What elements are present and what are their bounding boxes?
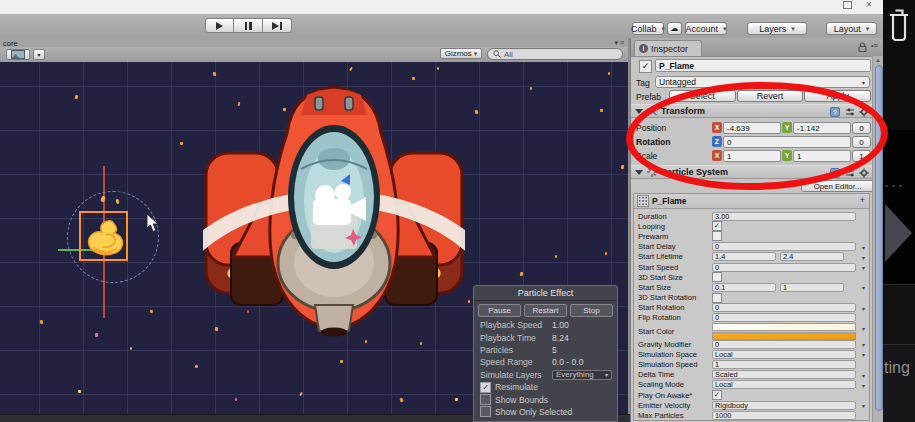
value-field[interactable]: 1.4: [712, 252, 776, 261]
value-field[interactable]: Scaled: [712, 370, 856, 379]
confetti-dot: [40, 320, 44, 325]
dropdown-arrow-icon[interactable]: ▾: [862, 244, 865, 251]
checkbox[interactable]: ✓: [712, 221, 722, 231]
dropdown-arrow-icon[interactable]: ▾: [862, 325, 865, 332]
account-dropdown[interactable]: Account: [685, 22, 727, 35]
ps-row-flip-rotation: Flip Rotation0: [635, 313, 868, 323]
scene-search-input[interactable]: All: [487, 48, 623, 60]
dropdown-arrow-icon[interactable]: ▾: [862, 402, 865, 409]
pause-button[interactable]: [234, 18, 263, 33]
shading-mode-button[interactable]: [6, 49, 30, 60]
layout-dropdown[interactable]: Layout: [826, 22, 877, 35]
object-name-field[interactable]: P_Flame: [655, 59, 871, 72]
confetti-dot: [349, 67, 353, 71]
dropdown-arrow-icon[interactable]: ▾: [862, 284, 865, 291]
cloud-button[interactable]: ☁: [667, 22, 682, 35]
checkbox[interactable]: [712, 231, 722, 241]
checkbox[interactable]: [480, 394, 491, 405]
help-book-icon[interactable]: ?: [830, 107, 840, 117]
value-field[interactable]: 2.4: [780, 252, 844, 261]
inspector-scrollbar[interactable]: ▲: [872, 56, 883, 422]
gear-icon[interactable]: [859, 168, 869, 178]
foldout-icon[interactable]: [635, 109, 643, 114]
close-icon[interactable]: ×: [866, 0, 872, 10]
pe-toggle-resimulate[interactable]: ✓Resimulate: [474, 381, 617, 393]
dropdown-arrow-icon[interactable]: ▾: [862, 254, 865, 261]
scene-viewport[interactable]: Particle Effect Pause Restart Stop Playb…: [0, 62, 630, 422]
value-field[interactable]: 0: [712, 313, 856, 322]
pe-toggle-show-bounds[interactable]: Show Bounds: [474, 393, 617, 405]
value-field[interactable]: 0: [712, 340, 856, 349]
transform-z-box[interactable]: 0: [852, 136, 871, 148]
open-editor-button[interactable]: Open Editor...: [801, 180, 874, 192]
gradient-swatch[interactable]: [712, 323, 856, 340]
axis-x-badge: X: [712, 122, 722, 133]
prefab-select-button[interactable]: Select: [669, 90, 736, 102]
layers-dropdown[interactable]: Layers: [747, 22, 807, 35]
value-field[interactable]: 0: [712, 303, 856, 312]
value-field[interactable]: 0: [712, 263, 856, 272]
gizmos-dropdown[interactable]: Gizmos: [440, 48, 482, 59]
checkbox[interactable]: [712, 293, 722, 303]
value-field[interactable]: Rigidbody: [712, 401, 856, 410]
panel-options-icon[interactable]: ▾ ≡: [614, 39, 624, 47]
main-toolbar: Collab ☁ Account Layers Layout: [0, 14, 883, 39]
help-book-icon[interactable]: ?: [830, 168, 840, 178]
transform-z-box[interactable]: 0: [852, 122, 871, 134]
transform-row-label: Position: [636, 123, 666, 133]
value-field[interactable]: 0.1: [712, 283, 776, 292]
tag-dropdown[interactable]: Untagged ▾: [655, 76, 870, 88]
pause-particle-button[interactable]: Pause: [478, 304, 521, 317]
dropdown-arrow-icon[interactable]: ▾: [862, 382, 865, 389]
dropdown-arrow-icon[interactable]: ▾: [862, 341, 865, 348]
transform-z-box[interactable]: 1: [852, 150, 871, 162]
particle-system-header[interactable]: Particle System ?: [631, 165, 884, 179]
transform-value-field[interactable]: 1: [793, 150, 851, 162]
add-module-icon[interactable]: +: [860, 195, 865, 205]
transform-value-field[interactable]: -4.639: [723, 122, 781, 134]
transform-value-field[interactable]: 0: [723, 136, 851, 148]
preset-icon[interactable]: [845, 107, 855, 117]
stop-particle-button[interactable]: Stop: [570, 304, 613, 317]
value-field[interactable]: 1000: [712, 411, 856, 420]
transform-value-field[interactable]: -1.142: [793, 122, 851, 134]
dropdown-arrow-icon[interactable]: ▾: [862, 351, 865, 358]
particle-module-header[interactable]: P_Flame +: [634, 194, 869, 209]
value-field[interactable]: 3.00: [712, 212, 856, 221]
preset-icon[interactable]: [845, 168, 855, 178]
prefab-apply-button[interactable]: Apply: [804, 90, 871, 102]
collab-dropdown[interactable]: Collab: [632, 22, 664, 35]
play-button[interactable]: [205, 18, 234, 33]
foldout-icon[interactable]: [635, 170, 643, 175]
shading-dropdown-button[interactable]: ▾: [33, 49, 45, 60]
checkbox[interactable]: [712, 272, 722, 282]
ps-row-start-speed: Start Speed0▾: [635, 262, 868, 272]
scrollbar-thumb[interactable]: [875, 65, 883, 411]
prefab-revert-button[interactable]: Revert: [737, 90, 804, 102]
value-field[interactable]: Local: [712, 380, 856, 389]
step-button[interactable]: [263, 18, 292, 33]
scroll-up-icon[interactable]: ▲: [875, 57, 881, 63]
tab-menu-icon[interactable]: •≡: [871, 42, 878, 49]
tab-inspector[interactable]: i Inspector: [634, 40, 702, 56]
ps-row-simulation-space: Simulation SpaceLocal▾: [635, 349, 868, 359]
transform-header[interactable]: Transform ?: [631, 104, 884, 118]
dropdown-arrow-icon[interactable]: ▾: [862, 305, 865, 312]
dropdown-arrow-icon[interactable]: ▾: [862, 372, 865, 379]
value-field[interactable]: Local: [712, 350, 856, 359]
restart-particle-button[interactable]: Restart: [524, 304, 567, 317]
value-field[interactable]: 1: [712, 360, 856, 369]
maximize-icon[interactable]: [843, 1, 852, 9]
value-field[interactable]: 0: [712, 242, 856, 251]
checkbox[interactable]: ✓: [480, 382, 491, 393]
simulate-layers-dropdown[interactable]: Everything▾: [552, 370, 612, 380]
dropdown-arrow-icon[interactable]: ▾: [862, 264, 865, 271]
checkbox[interactable]: [480, 406, 491, 417]
lock-icon[interactable]: [858, 42, 867, 52]
object-enabled-checkbox[interactable]: ✓: [639, 60, 652, 73]
value-field[interactable]: 1: [780, 283, 844, 292]
checkbox[interactable]: ✓: [712, 390, 722, 400]
pe-toggle-show-only-selected[interactable]: Show Only Selected: [474, 406, 617, 418]
gear-icon[interactable]: [859, 107, 869, 117]
transform-value-field[interactable]: 1: [723, 150, 781, 162]
